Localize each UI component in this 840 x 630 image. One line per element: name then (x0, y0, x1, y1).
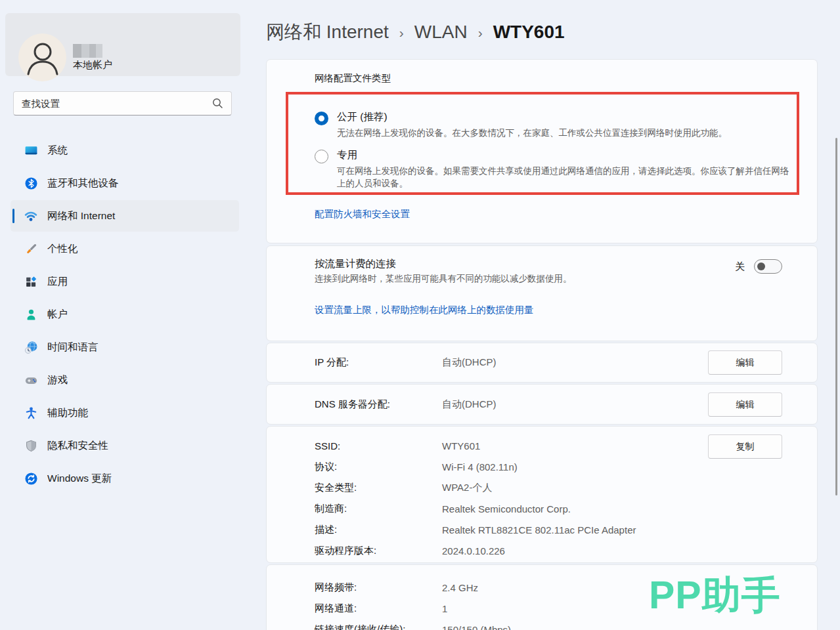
account-type-label: 本地帐户 (73, 59, 112, 72)
sidebar-item-bluetooth[interactable]: 蓝牙和其他设备 (11, 167, 239, 199)
security-type-label: 安全类型: (315, 482, 442, 494)
sidebar-item-label: Windows 更新 (47, 472, 112, 486)
metered-connection-card: 按流量计费的连接 连接到此网络时，某些应用可能具有不同的功能以减少数据使用。 关… (266, 245, 818, 341)
toggle-state-label: 关 (735, 261, 745, 273)
sidebar-item-label: 系统 (47, 144, 68, 158)
system-icon (24, 143, 38, 158)
sidebar-item-personalization[interactable]: 个性化 (11, 233, 239, 264)
sidebar-item-windows-update[interactable]: Windows 更新 (11, 463, 239, 494)
security-type-value: WPA2-个人 (442, 482, 492, 494)
driver-version-value: 2024.0.10.226 (442, 545, 505, 556)
radio-description: 可在网络上发现你的设备。如果需要文件共享或使用通过此网络通信的应用，请选择此选项… (337, 165, 791, 190)
apps-icon (24, 274, 38, 289)
radio-selected-icon[interactable] (315, 112, 328, 125)
sidebar-item-label: 应用 (47, 275, 68, 289)
paintbrush-icon (24, 242, 38, 256)
network-band-label: 网络频带: (315, 581, 442, 594)
sidebar-item-privacy-security[interactable]: 隐私和安全性 (11, 430, 239, 461)
pp-assistant-watermark: PP助手 (649, 570, 781, 622)
windows-update-icon (24, 471, 38, 486)
property-row: 安全类型: WPA2-个人 (315, 477, 636, 498)
metered-toggle[interactable] (754, 259, 782, 274)
sidebar-item-system[interactable]: 系统 (11, 135, 239, 166)
description-value: Realtek RTL8821CE 802.11ac PCIe Adapter (442, 524, 636, 536)
dns-assignment-label: DNS 服务器分配: (315, 398, 442, 411)
property-row: 链接速度(接收/传输): 150/150 (Mbps) (315, 619, 511, 630)
description-label: 描述: (315, 524, 442, 536)
driver-version-label: 驱动程序版本: (315, 545, 442, 557)
ip-assignment-card: IP 分配: 自动(DHCP) 编辑 (266, 343, 818, 383)
firewall-settings-link[interactable]: 配置防火墙和安全设置 (315, 208, 410, 220)
sidebar-item-accessibility[interactable]: 辅助功能 (11, 397, 239, 429)
link-speed-value: 150/150 (Mbps) (442, 624, 511, 630)
sidebar-item-time-language[interactable]: 时间和语言 (11, 331, 239, 363)
property-row: SSID: WTY601 (315, 435, 636, 456)
sidebar-item-gaming[interactable]: 游戏 (11, 364, 239, 396)
network-channel-label: 网络通道: (315, 602, 442, 615)
metered-title: 按流量计费的连接 (315, 257, 396, 271)
radio-option-public[interactable]: 公开 (推荐) 无法在网络上发现你的设备。在大多数情况下，在家庭、工作或公共位置… (315, 110, 791, 140)
breadcrumb-wlan[interactable]: WLAN (414, 22, 468, 43)
property-row: 网络频带: 2.4 GHz (315, 577, 511, 598)
radio-label: 公开 (推荐) (337, 110, 791, 124)
breadcrumb-network-internet[interactable]: 网络和 Internet (266, 20, 389, 45)
gamepad-icon (24, 373, 38, 387)
section-label: 网络配置文件类型 (315, 72, 391, 85)
sidebar-item-network-internet[interactable]: 网络和 Internet (11, 200, 239, 232)
user-name-blurred (73, 44, 102, 58)
edit-dns-button[interactable]: 编辑 (708, 392, 782, 417)
accessibility-icon (24, 406, 38, 420)
radio-unselected-icon[interactable] (315, 150, 328, 163)
sidebar-item-label: 帐户 (47, 308, 68, 322)
bluetooth-icon (24, 176, 38, 190)
accounts-icon (24, 307, 38, 322)
dns-assignment-value: 自动(DHCP) (442, 398, 497, 411)
selected-accent-bar (12, 209, 14, 223)
chevron-right-icon: › (478, 25, 483, 41)
property-row: 制造商: Realtek Semiconductor Corp. (315, 498, 636, 519)
property-row: 驱动程序版本: 2024.0.10.226 (315, 540, 636, 561)
search-icon (212, 98, 223, 109)
radio-description: 无法在网络上发现你的设备。在大多数情况下，在家庭、工作或公共位置连接到网络时使用… (337, 127, 791, 140)
sidebar-item-label: 蓝牙和其他设备 (47, 177, 119, 190)
edit-ip-button[interactable]: 编辑 (708, 350, 782, 375)
person-outline-icon (19, 34, 66, 81)
property-row: 描述: Realtek RTL8821CE 802.11ac PCIe Adap… (315, 519, 636, 540)
radio-option-private[interactable]: 专用 可在网络上发现你的设备。如果需要文件共享或使用通过此网络通信的应用，请选择… (315, 148, 791, 190)
protocol-label: 协议: (315, 461, 442, 473)
metered-toggle-group: 关 (735, 259, 782, 274)
profile-card[interactable]: 本地帐户 (5, 13, 240, 76)
avatar (18, 33, 66, 81)
sidebar-item-label: 游戏 (47, 373, 68, 387)
radio-label: 专用 (337, 148, 791, 162)
sidebar-item-label: 辅助功能 (47, 406, 88, 420)
sidebar-item-label: 网络和 Internet (47, 209, 115, 223)
sidebar-item-label: 个性化 (47, 242, 78, 256)
dns-assignment-card: DNS 服务器分配: 自动(DHCP) 编辑 (266, 384, 818, 425)
copy-ssid-button[interactable]: 复制 (708, 434, 782, 459)
protocol-value: Wi-Fi 4 (802.11n) (442, 461, 518, 472)
wifi-icon (24, 209, 38, 223)
network-band-value: 2.4 GHz (442, 582, 478, 593)
chevron-right-icon: › (399, 25, 404, 41)
ip-assignment-label: IP 分配: (315, 356, 442, 369)
search-input[interactable] (22, 98, 212, 109)
ip-assignment-value: 自动(DHCP) (442, 356, 497, 369)
search-box[interactable] (13, 91, 232, 116)
time-language-icon (24, 340, 38, 354)
ssid-label: SSID: (315, 440, 442, 452)
data-limit-link[interactable]: 设置流量上限，以帮助控制在此网络上的数据使用量 (315, 304, 534, 316)
sidebar-item-label: 时间和语言 (47, 341, 99, 354)
link-speed-label: 链接速度(接收/传输): (315, 623, 442, 630)
page-title: WTY601 (493, 22, 565, 43)
toggle-knob (757, 262, 765, 270)
settings-sidebar-nav: 系统 蓝牙和其他设备 网络和 Internet (0, 135, 250, 495)
sidebar-item-apps[interactable]: 应用 (11, 266, 239, 297)
sidebar-item-label: 隐私和安全性 (47, 439, 108, 453)
ssid-properties-card: SSID: WTY601 协议: Wi-Fi 4 (802.11n) 安全类型:… (266, 426, 818, 563)
vertical-scrollbar[interactable] (835, 138, 837, 495)
network-channel-value: 1 (442, 603, 447, 614)
metered-description: 连接到此网络时，某些应用可能具有不同的功能以减少数据使用。 (315, 273, 572, 285)
property-row: 协议: Wi-Fi 4 (802.11n) (315, 456, 636, 477)
sidebar-item-accounts[interactable]: 帐户 (11, 299, 239, 330)
